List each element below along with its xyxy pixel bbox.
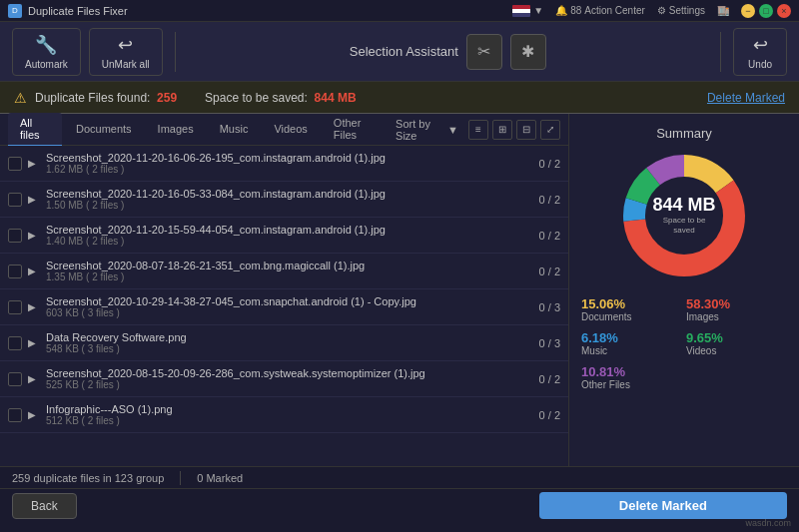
file-count-4: 0 / 3 bbox=[539, 301, 560, 313]
tab-music[interactable]: Music bbox=[208, 119, 261, 141]
close-btn[interactable]: × bbox=[777, 4, 791, 18]
stat-name-3: Videos bbox=[686, 345, 787, 356]
file-count-1: 0 / 2 bbox=[539, 194, 560, 206]
undo-icon: ↩ bbox=[753, 34, 768, 56]
file-meta-2: 1.40 MB ( 2 files ) bbox=[46, 236, 533, 247]
automark-btn[interactable]: 🔧 Automark bbox=[12, 28, 81, 76]
file-name-6: Screenshot_2020-08-15-20-09-26-286_com.s… bbox=[46, 367, 533, 379]
store-icon-btn[interactable]: 🏬 bbox=[717, 5, 729, 16]
expand-icon-5[interactable]: ▶ bbox=[28, 337, 40, 349]
file-checkbox-4[interactable] bbox=[8, 300, 22, 314]
stat-name-1: Images bbox=[686, 311, 787, 322]
file-checkbox-3[interactable] bbox=[8, 265, 22, 278]
file-count-7: 0 / 2 bbox=[539, 409, 560, 421]
table-row[interactable]: ▶ Screenshot_2020-11-20-16-05-33-084_com… bbox=[0, 182, 568, 218]
space-prefix: Space to be saved: bbox=[205, 91, 308, 105]
stat-item-documents: 15.06% Documents bbox=[581, 296, 682, 322]
minimize-btn[interactable]: − bbox=[741, 4, 755, 18]
file-info-2: Screenshot_2020-11-20-15-59-44-054_com.i… bbox=[46, 224, 533, 247]
stat-pct-4: 10.81% bbox=[581, 364, 682, 379]
back-btn[interactable]: Back bbox=[12, 493, 77, 519]
expand-icon-2[interactable]: ▶ bbox=[28, 230, 40, 242]
main-content: All files Documents Images Music Videos … bbox=[0, 114, 799, 466]
file-info-5: Data Recovery Software.png 548 KB ( 3 fi… bbox=[46, 331, 533, 354]
file-name-3: Screenshot_2020-08-07-18-26-21-351_com.b… bbox=[46, 260, 533, 271]
sa-icon-1-btn[interactable]: ✂ bbox=[466, 34, 502, 70]
action-center-icon: 🔔 bbox=[555, 5, 567, 16]
table-row[interactable]: ▶ Infographic---ASO (1).png 512 KB ( 2 f… bbox=[0, 397, 568, 433]
fullscreen-btn[interactable]: ⤢ bbox=[540, 120, 560, 140]
action-center-label: Action Center bbox=[584, 5, 645, 16]
tab-all-files[interactable]: All files bbox=[8, 113, 62, 147]
sort-label: Sort by Size bbox=[396, 118, 444, 142]
file-meta-7: 512 KB ( 2 files ) bbox=[46, 415, 533, 426]
tab-images[interactable]: Images bbox=[146, 119, 206, 141]
sort-chevron-icon: ▼ bbox=[447, 124, 458, 136]
table-row[interactable]: ▶ Screenshot_2020-08-15-20-09-26-286_com… bbox=[0, 361, 568, 397]
file-name-5: Data Recovery Software.png bbox=[46, 331, 533, 343]
stat-name-2: Music bbox=[581, 345, 682, 356]
file-name-1: Screenshot_2020-11-20-16-05-33-084_com.i… bbox=[46, 188, 533, 200]
table-row[interactable]: ▶ Screenshot_2020-11-20-15-59-44-054_com… bbox=[0, 218, 568, 254]
table-row[interactable]: ▶ Screenshot_2020-10-29-14-38-27-045_com… bbox=[0, 289, 568, 325]
expand-icon-7[interactable]: ▶ bbox=[28, 409, 40, 421]
large-view-btn[interactable]: ⊟ bbox=[516, 120, 536, 140]
file-info-7: Infographic---ASO (1).png 512 KB ( 2 fil… bbox=[46, 403, 533, 426]
status-divider bbox=[180, 471, 181, 485]
file-meta-1: 1.50 MB ( 2 files ) bbox=[46, 200, 533, 211]
expand-icon-1[interactable]: ▶ bbox=[28, 194, 40, 206]
file-info-0: Screenshot_2020-11-20-16-06-26-195_com.i… bbox=[46, 152, 533, 175]
undo-label: Undo bbox=[748, 59, 772, 70]
file-count-2: 0 / 2 bbox=[539, 230, 560, 242]
delete-marked-btn[interactable]: Delete Marked bbox=[539, 492, 787, 519]
expand-icon-0[interactable]: ▶ bbox=[28, 158, 40, 170]
unmark-icon: ↩ bbox=[118, 34, 133, 56]
file-name-0: Screenshot_2020-11-20-16-06-26-195_com.i… bbox=[46, 152, 533, 164]
space-text: Space to be saved: 844 MB bbox=[205, 91, 356, 105]
undo-btn[interactable]: ↩ Undo bbox=[733, 28, 787, 76]
settings-icon: ⚙ bbox=[657, 5, 666, 16]
action-center-btn[interactable]: 🔔 88 Action Center bbox=[555, 5, 645, 16]
file-checkbox-7[interactable] bbox=[8, 408, 22, 422]
stat-item-music: 6.18% Music bbox=[581, 330, 682, 356]
tab-other-files[interactable]: Other Files bbox=[322, 113, 392, 147]
table-row[interactable]: ▶ Screenshot_2020-11-20-16-06-26-195_com… bbox=[0, 146, 568, 182]
donut-label: Space to besaved bbox=[652, 216, 715, 237]
file-count-0: 0 / 2 bbox=[539, 158, 560, 170]
warning-icon: ⚠ bbox=[14, 90, 27, 106]
dup-prefix: Duplicate Files found: bbox=[35, 91, 150, 105]
unmark-all-btn[interactable]: ↩ UnMark all bbox=[89, 28, 163, 76]
settings-btn[interactable]: ⚙ Settings bbox=[657, 5, 705, 16]
table-row[interactable]: ▶ Screenshot_2020-08-07-18-26-21-351_com… bbox=[0, 254, 568, 289]
separator-2 bbox=[720, 32, 721, 72]
dup-count: 259 bbox=[157, 91, 177, 105]
sort-btn[interactable]: Sort by Size ▼ bbox=[396, 118, 458, 142]
sa-icon-2-btn[interactable]: ✱ bbox=[510, 34, 546, 70]
list-view-btn[interactable]: ≡ bbox=[468, 120, 488, 140]
infobar: ⚠ Duplicate Files found: 259 Space to be… bbox=[0, 82, 799, 114]
file-info-1: Screenshot_2020-11-20-16-05-33-084_com.i… bbox=[46, 188, 533, 211]
grid-view-btn[interactable]: ⊞ bbox=[492, 120, 512, 140]
tab-videos[interactable]: Videos bbox=[262, 119, 319, 141]
file-checkbox-2[interactable] bbox=[8, 229, 22, 243]
file-checkbox-6[interactable] bbox=[8, 372, 22, 386]
expand-icon-6[interactable]: ▶ bbox=[28, 373, 40, 385]
file-name-2: Screenshot_2020-11-20-15-59-44-054_com.i… bbox=[46, 224, 533, 236]
tab-documents[interactable]: Documents bbox=[64, 119, 144, 141]
expand-icon-4[interactable]: ▶ bbox=[28, 301, 40, 313]
maximize-btn[interactable]: □ bbox=[759, 4, 773, 18]
table-row[interactable]: ▶ Data Recovery Software.png 548 KB ( 3 … bbox=[0, 325, 568, 361]
flag-icon bbox=[512, 5, 530, 17]
delete-marked-link[interactable]: Delete Marked bbox=[707, 91, 785, 105]
file-checkbox-1[interactable] bbox=[8, 193, 22, 207]
file-checkbox-5[interactable] bbox=[8, 336, 22, 350]
file-checkbox-0[interactable] bbox=[8, 157, 22, 171]
file-meta-4: 603 KB ( 3 files ) bbox=[46, 307, 533, 318]
selection-assistant-area: Selection Assistant ✂ ✱ bbox=[188, 34, 709, 70]
expand-icon-3[interactable]: ▶ bbox=[28, 266, 40, 277]
file-name-4: Screenshot_2020-10-29-14-38-27-045_com.s… bbox=[46, 295, 533, 307]
flag-dropdown[interactable]: ▼ bbox=[533, 5, 543, 16]
tabs-bar: All files Documents Images Music Videos … bbox=[0, 114, 568, 146]
automark-icon: 🔧 bbox=[35, 34, 57, 56]
file-list: ▶ Screenshot_2020-11-20-16-06-26-195_com… bbox=[0, 146, 568, 466]
